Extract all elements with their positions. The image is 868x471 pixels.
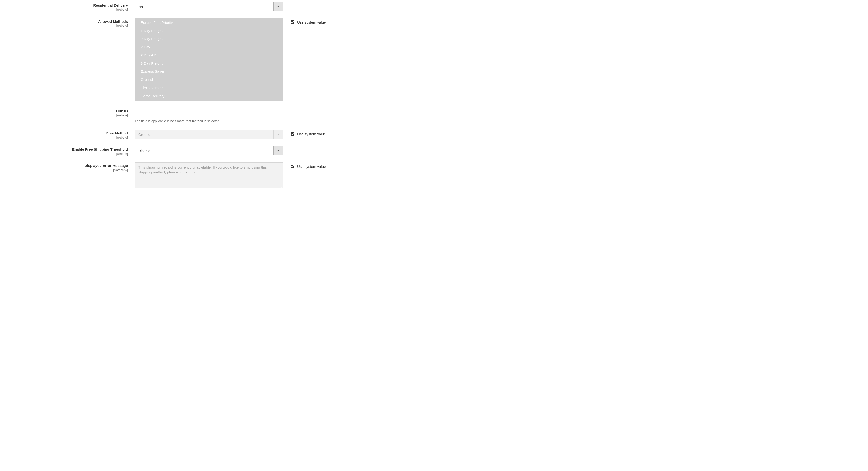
label-col: Allowed Methods [website]	[0, 18, 135, 28]
select-display: No	[135, 2, 283, 11]
scope-label: [website]	[0, 24, 128, 27]
dropdown-arrow-button[interactable]	[273, 2, 283, 11]
shipping-settings-form: Residential Delivery [website] No Allowe…	[0, 0, 868, 203]
control-col	[135, 162, 283, 189]
dropdown-arrow-button[interactable]	[273, 146, 283, 155]
chevron-down-icon	[277, 150, 279, 151]
scope-label: [website]	[0, 136, 128, 139]
free-method-label: Free Method	[0, 131, 128, 136]
label-col: Displayed Error Message [store view]	[0, 162, 135, 172]
allowed-methods-option[interactable]: 2 Day Freight	[135, 35, 283, 43]
allowed-methods-option[interactable]: 3 Day Freight	[135, 59, 283, 67]
extra-col	[283, 108, 290, 109]
allowed-methods-option[interactable]: Europe First Priority	[135, 19, 283, 27]
allowed-methods-label: Allowed Methods	[0, 19, 128, 24]
chevron-down-icon	[277, 6, 279, 7]
enable-free-shipping-threshold-label: Enable Free Shipping Threshold	[0, 147, 128, 152]
field-residential-delivery: Residential Delivery [website] No	[0, 2, 868, 11]
select-display: Disable	[135, 146, 283, 155]
label-col: Hub ID [website]	[0, 108, 135, 117]
extra-col: Use system value	[283, 130, 326, 137]
residential-delivery-select[interactable]: No	[135, 2, 283, 11]
label-col: Free Method [website]	[0, 130, 135, 139]
scope-label: [website]	[0, 8, 128, 11]
control-col: No	[135, 2, 283, 11]
use-system-value-label: Use system value	[297, 132, 326, 136]
hub-id-note: The field is applicable if the Smart Pos…	[135, 119, 283, 123]
allowed-methods-option[interactable]: 1 Day Freight	[135, 27, 283, 35]
allowed-methods-option[interactable]: First Overnight	[135, 84, 283, 92]
label-col: Residential Delivery [website]	[0, 2, 135, 11]
extra-col	[283, 146, 290, 148]
scope-label: [website]	[0, 152, 128, 155]
extra-col: Use system value	[283, 162, 326, 169]
field-displayed-error-message: Displayed Error Message [store view] Use…	[0, 162, 868, 189]
allowed-methods-option[interactable]: Ground	[135, 76, 283, 84]
hub-id-input[interactable]	[135, 108, 283, 117]
scope-label: [store view]	[0, 168, 128, 172]
extra-col: Use system value	[283, 18, 326, 25]
enable-free-shipping-threshold-select[interactable]: Disable	[135, 146, 283, 155]
allowed-methods-option[interactable]: 2 Day	[135, 43, 283, 51]
field-allowed-methods: Allowed Methods [website] Europe First P…	[0, 18, 868, 101]
extra-col	[283, 2, 290, 3]
label-col: Enable Free Shipping Threshold [website]	[0, 146, 135, 155]
scope-label: [website]	[0, 114, 128, 117]
displayed-error-message-textarea	[135, 162, 283, 188]
allowed-methods-multiselect[interactable]: Europe First Priority1 Day Freight2 Day …	[135, 18, 283, 101]
use-system-value-checkbox-error-message[interactable]	[290, 165, 294, 168]
field-free-method: Free Method [website] Ground Use system …	[0, 130, 868, 139]
residential-delivery-label: Residential Delivery	[0, 3, 128, 8]
field-hub-id: Hub ID [website] The field is applicable…	[0, 108, 868, 123]
displayed-error-message-label: Displayed Error Message	[0, 163, 128, 168]
use-system-value-checkbox-free-method[interactable]	[290, 132, 294, 136]
field-enable-free-shipping-threshold: Enable Free Shipping Threshold [website]…	[0, 146, 868, 155]
allowed-methods-option[interactable]: 2 Day AM	[135, 51, 283, 59]
dropdown-arrow-button	[273, 130, 283, 139]
allowed-methods-option[interactable]: Home Delivery	[135, 92, 283, 100]
free-method-select: Ground	[135, 130, 283, 139]
control-col: The field is applicable if the Smart Pos…	[135, 108, 283, 123]
use-system-value-label: Use system value	[297, 165, 326, 169]
hub-id-label: Hub ID	[0, 109, 128, 114]
use-system-value-checkbox-allowed-methods[interactable]	[290, 20, 294, 24]
chevron-down-icon	[277, 134, 279, 135]
use-system-value-label: Use system value	[297, 20, 326, 24]
control-col: Europe First Priority1 Day Freight2 Day …	[135, 18, 283, 101]
control-col: Ground	[135, 130, 283, 139]
allowed-methods-option[interactable]: Express Saver	[135, 67, 283, 76]
control-col: Disable	[135, 146, 283, 155]
select-display: Ground	[135, 130, 283, 139]
